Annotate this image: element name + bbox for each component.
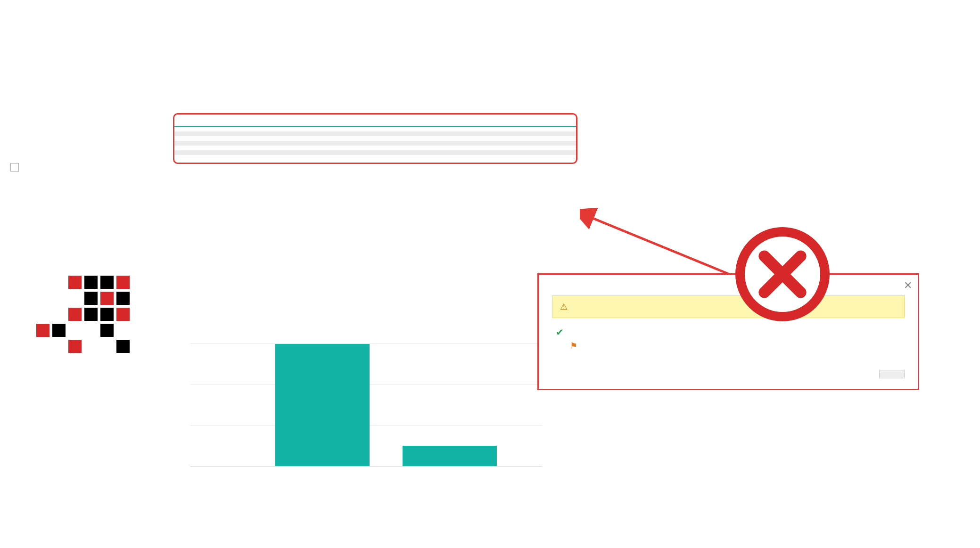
error-x-icon xyxy=(735,227,830,321)
warning-bar: ⚠ xyxy=(552,295,905,318)
chart-bar[interactable] xyxy=(275,344,370,466)
warning-icon: ⚠ xyxy=(560,302,568,312)
table-row xyxy=(174,131,576,136)
table-row xyxy=(174,146,576,150)
table-row xyxy=(174,155,576,160)
checkbox-icon[interactable] xyxy=(10,163,19,172)
close-icon[interactable]: ✕ xyxy=(902,278,914,294)
error-count-chart xyxy=(174,339,552,466)
query-row: ✔ xyxy=(556,327,905,338)
cell-message xyxy=(174,136,375,141)
logo-mark-icon xyxy=(28,276,153,353)
cell-detail xyxy=(375,126,576,131)
cell-detail xyxy=(375,136,576,141)
error-table-card xyxy=(173,113,577,164)
close-button[interactable] xyxy=(879,370,905,378)
chart-bar[interactable] xyxy=(403,446,497,466)
table-row xyxy=(174,126,576,131)
cell-detail xyxy=(375,141,576,146)
cell-message xyxy=(174,155,375,160)
cell-detail xyxy=(375,150,576,155)
cell-message xyxy=(174,131,375,136)
query-status-row: ⚑ xyxy=(570,341,905,351)
page-title xyxy=(0,0,980,5)
cell-message xyxy=(174,126,375,131)
col-header-message[interactable] xyxy=(174,118,375,126)
cell-detail xyxy=(375,131,576,136)
cell-detail xyxy=(375,155,576,160)
error-table xyxy=(174,118,576,160)
radacad-logo xyxy=(28,276,153,360)
slicer-item-dataformaterror[interactable] xyxy=(10,163,128,172)
table-row xyxy=(174,141,576,146)
cell-detail xyxy=(375,146,576,150)
col-header-detail[interactable] xyxy=(375,118,576,126)
flag-icon: ⚑ xyxy=(570,341,577,351)
slicer-error-reason xyxy=(10,159,128,172)
count-of-errors-card xyxy=(796,113,961,127)
table-row xyxy=(174,136,576,141)
cell-message xyxy=(174,141,375,146)
chart-plot-area xyxy=(174,344,542,466)
cell-message xyxy=(174,150,375,155)
cell-message xyxy=(174,146,375,150)
apply-query-changes-dialog: ✕ ⚠ ✔ ⚑ xyxy=(537,273,919,390)
check-icon: ✔ xyxy=(556,327,564,338)
table-row xyxy=(174,150,576,155)
